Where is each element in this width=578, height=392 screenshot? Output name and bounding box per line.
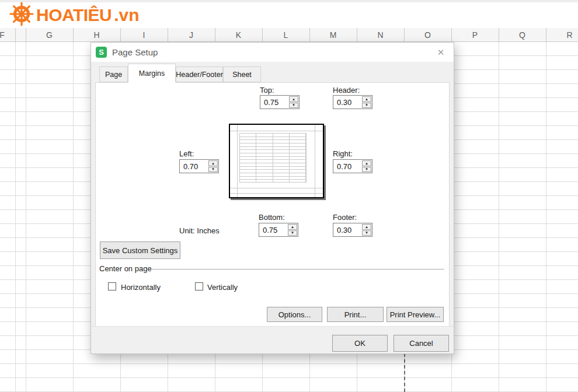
vertically-label: Vertically [207,283,238,292]
horizontally-label: Horizontally [121,283,161,292]
top-strip [0,0,578,2]
horizontally-checkbox[interactable] [108,282,116,290]
ok-button[interactable]: OK [332,335,388,352]
spin-down-icon[interactable]: ▼ [208,167,218,173]
margins-tab-panel: Top: ▲▼ Header: ▲▼ Left: [95,82,450,327]
left-margin-stepper: ▲▼ [179,159,219,173]
preview-right-margin-line [315,125,315,197]
column-header[interactable]: F [0,28,26,42]
header-margin-stepper: ▲▼ [333,95,372,109]
logo-brand-text: HOATIÊU [36,5,112,25]
dialog-title: Page Setup [112,47,158,57]
left-margin-input[interactable] [180,160,207,172]
column-header[interactable]: H [73,28,120,42]
save-custom-settings-button[interactable]: Save Custom Settings [100,242,180,259]
app-icon: S [96,47,107,58]
preview-bottom-margin-line [230,188,323,188]
spin-up-icon[interactable]: ▲ [289,96,298,102]
spin-down-icon[interactable]: ▼ [288,230,297,236]
spin-up-icon[interactable]: ▲ [362,160,371,166]
print-button[interactable]: Print... [327,307,384,322]
tab-header-footer[interactable]: Header/Footer [176,66,223,82]
center-on-page-groupline [152,269,444,270]
spin-up-icon[interactable]: ▲ [362,96,371,102]
spin-down-icon[interactable]: ▼ [289,103,298,108]
footer-margin-stepper: ▲▼ [333,223,372,237]
spin-down-icon[interactable]: ▼ [362,167,371,173]
center-on-page-label: Center on page [99,264,152,273]
header-margin-input[interactable] [334,96,361,108]
spin-up-icon[interactable]: ▲ [362,224,371,230]
spin-down-icon[interactable]: ▼ [362,103,371,108]
column-header[interactable]: O [404,28,451,42]
bottom-margin-input[interactable] [260,224,287,236]
preview-header-line [230,131,323,131]
column-header[interactable]: N [357,28,404,42]
top-margin-label: Top: [260,86,274,94]
cancel-button[interactable]: Cancel [394,335,449,352]
preview-footer-line [230,193,323,194]
logo-tld-text: .vn [114,5,139,25]
footer-margin-input[interactable] [334,224,361,236]
close-icon[interactable]: ✕ [436,47,446,58]
bottom-margin-label: Bottom: [259,213,285,222]
bottom-margin-stepper: ▲▼ [259,223,298,237]
column-header[interactable]: J [168,28,215,42]
tab-sheet[interactable]: Sheet [223,66,261,82]
spin-up-icon[interactable]: ▲ [208,160,218,166]
right-margin-input[interactable] [334,160,361,172]
tab-strip: Page Margins Header/Footer Sheet [91,62,454,82]
column-header[interactable]: M [309,28,357,42]
column-header[interactable]: G [26,28,73,42]
options-button[interactable]: Options... [267,307,322,322]
spin-down-icon[interactable]: ▼ [362,230,371,236]
page-setup-dialog: S Page Setup ✕ Page Margins Header/Foote… [90,42,454,354]
column-header[interactable]: K [215,28,262,42]
screen: HOATIÊU.vn F G H I J K L M N O P Q R S P… [0,0,578,392]
top-margin-stepper: ▲▼ [260,95,300,109]
column-header[interactable]: P [451,28,499,42]
preview-content-grid [239,133,307,183]
ship-wheel-icon [9,2,34,29]
tab-page[interactable]: Page [99,66,128,82]
preview-left-margin-line [237,125,238,197]
spin-up-icon[interactable]: ▲ [288,224,297,230]
right-margin-stepper: ▲▼ [333,159,372,173]
column-header[interactable]: Q [499,28,546,42]
column-header-row[interactable]: F G H I J K L M N O P Q R [0,28,578,42]
dialog-titlebar[interactable]: S Page Setup ✕ [91,43,454,62]
vertically-checkbox[interactable] [195,282,203,290]
right-margin-label: Right: [333,149,353,158]
left-margin-label: Left: [179,149,194,158]
print-preview-button[interactable]: Print Preview... [387,307,444,322]
hoatieu-logo: HOATIÊU.vn [9,3,140,27]
unit-label: Unit: Inches [179,226,220,235]
column-header[interactable]: L [262,28,309,42]
column-header[interactable]: I [120,28,168,42]
tab-margins[interactable]: Margins [128,64,176,83]
top-margin-input[interactable] [261,96,288,108]
footer-margin-label: Footer: [333,213,357,222]
column-header[interactable]: R [546,28,578,42]
margins-preview-page [229,124,324,198]
header-margin-label: Header: [333,86,360,94]
